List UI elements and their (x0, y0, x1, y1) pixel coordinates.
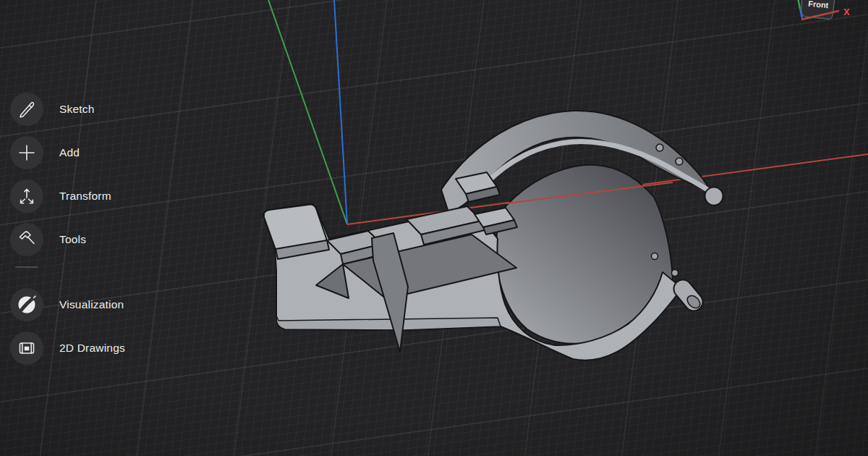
view-cube[interactable]: Front X (797, 0, 850, 20)
2d-drawings-button[interactable] (10, 332, 43, 365)
model-tab-bump-1 (652, 253, 658, 260)
sidebar-item-tools[interactable]: Tools (10, 223, 184, 256)
sidebar-divider (15, 266, 38, 268)
transform-arrows-icon (10, 180, 43, 213)
sidebar-item-sketch[interactable]: Sketch (10, 93, 184, 126)
model-hook-ball-tip[interactable] (705, 187, 723, 206)
drawing-sheet-icon (10, 332, 43, 365)
add-button[interactable] (10, 136, 43, 169)
tools-button[interactable] (10, 223, 43, 256)
model-band-tab-bump-1 (656, 144, 663, 151)
plus-icon (10, 136, 43, 169)
view-cube-green-edge (797, 0, 800, 9)
sidebar-item-add[interactable]: Add (10, 136, 184, 169)
pencil-icon (10, 93, 43, 126)
y-axis-line (268, 0, 347, 224)
2d-drawings-label: 2D Drawings (59, 342, 125, 355)
add-label: Add (59, 146, 80, 159)
hammer-icon (10, 223, 43, 256)
sidebar-item-transform[interactable]: Transform (10, 180, 184, 213)
model-tab-bump-2 (672, 270, 678, 276)
paintbrush-icon (10, 288, 43, 321)
sketch-label: Sketch (59, 103, 95, 116)
tool-sidebar: Sketch Add Transform (10, 93, 184, 375)
sketch-button[interactable] (10, 93, 43, 126)
sidebar-item-2d-drawings[interactable]: 2D Drawings (10, 332, 184, 365)
visualization-button[interactable] (10, 288, 43, 321)
cad-viewport: Front X Sketch Add (0, 0, 868, 456)
visualization-label: Visualization (59, 298, 124, 311)
model-tube-clip[interactable] (264, 111, 723, 360)
view-cube-x-axis-label[interactable]: X (843, 7, 850, 17)
tools-label: Tools (59, 233, 86, 246)
transform-button[interactable] (10, 180, 43, 213)
model-band-tab-bump-2 (676, 158, 683, 165)
transform-label: Transform (59, 190, 111, 203)
sidebar-item-visualization[interactable]: Visualization (10, 288, 184, 321)
